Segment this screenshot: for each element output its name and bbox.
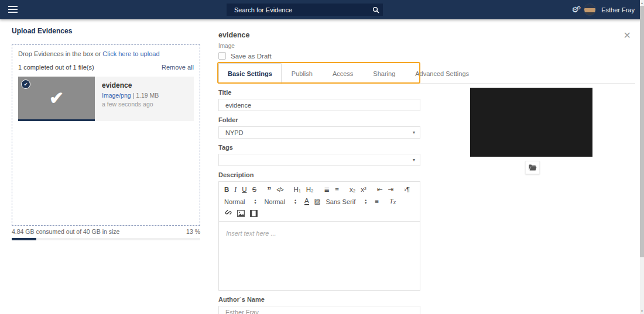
- tab-sharing[interactable]: Sharing: [363, 63, 405, 84]
- bold-button[interactable]: B: [224, 186, 229, 194]
- size-select-value: Normal: [224, 198, 245, 205]
- select-arrows-icon: ▴▾: [294, 199, 296, 205]
- bullet-list-button[interactable]: ≡: [335, 186, 339, 194]
- selected-check-badge[interactable]: ✔: [21, 80, 30, 89]
- title-label: Title: [218, 89, 420, 96]
- folder-value: NYPD: [225, 129, 244, 136]
- top-navbar: ⚙⚙ Esther Fray: [0, 0, 644, 19]
- indent-button[interactable]: ⇥: [388, 186, 393, 194]
- superscript-button[interactable]: x²: [361, 186, 366, 194]
- hamburger-menu-icon[interactable]: [8, 6, 18, 13]
- italic-button[interactable]: I: [234, 186, 237, 194]
- folder-select[interactable]: NYPD ▾: [218, 126, 420, 139]
- click-to-upload-link[interactable]: Click here to upload: [102, 50, 159, 57]
- tab-basic-settings[interactable]: Basic Settings: [218, 63, 282, 84]
- ordered-list-button[interactable]: ≣: [324, 186, 330, 194]
- font-select-value: Sans Serif: [326, 198, 355, 205]
- navbar-right-group: ⚙⚙ Esther Fray: [571, 0, 635, 19]
- search-input[interactable]: [227, 6, 369, 13]
- scroll-up-icon[interactable]: ▴: [640, 1, 644, 5]
- basic-settings-form: Title Folder NYPD ▾ Tags ▾ Description B…: [218, 89, 420, 314]
- header-select[interactable]: Normal ▴▾: [264, 198, 296, 205]
- close-icon[interactable]: ✕: [624, 31, 631, 40]
- editor-toolbar: B I U S ” </> H₁ H₂ ≣ ≡ x₂ x² ⇤ ⇥ ›¶: [219, 182, 420, 222]
- description-textarea[interactable]: Insert text here ...: [219, 222, 420, 290]
- detail-subtitle: Image: [218, 43, 635, 49]
- outdent-button[interactable]: ⇤: [377, 186, 383, 194]
- upload-panel: Upload Evidences Drop Evidences in the b…: [12, 27, 200, 240]
- uploaded-file-card: ✔ ✔ evidence Image/png | 1.19 MB a few s…: [18, 77, 194, 121]
- tab-publish[interactable]: Publish: [282, 63, 323, 84]
- folder-label: Folder: [218, 116, 420, 123]
- drop-instruction: Drop Evidences in the box or Click here …: [18, 50, 194, 57]
- tags-label: Tags: [218, 144, 420, 151]
- text-color-button[interactable]: A: [304, 198, 309, 205]
- file-upload-time: a few seconds ago: [102, 101, 187, 108]
- search-box: [227, 4, 383, 16]
- font-select[interactable]: Sans Serif ▴▾: [326, 198, 366, 205]
- open-folder-button[interactable]: [525, 161, 540, 174]
- completed-count-text: 1 completed out of 1 file(s): [18, 64, 94, 71]
- description-label: Description: [218, 171, 420, 178]
- file-upload-progress-bar: [18, 119, 95, 121]
- select-arrows-icon: ▴▾: [254, 199, 256, 205]
- storage-progress-track: [12, 238, 200, 240]
- save-as-draft-checkbox[interactable]: [218, 52, 226, 60]
- insert-video-button[interactable]: [250, 210, 258, 217]
- background-color-button[interactable]: ▨: [314, 198, 321, 205]
- blockquote-button[interactable]: ”: [267, 187, 271, 193]
- storage-percent: 13 %: [186, 228, 200, 235]
- upload-panel-title: Upload Evidences: [12, 27, 200, 35]
- drop-text: Drop Evidences in the box or: [18, 50, 102, 57]
- insert-image-button[interactable]: [237, 210, 245, 217]
- tab-advanced-settings[interactable]: Advanced Settings: [405, 63, 479, 84]
- search-icon[interactable]: [369, 6, 383, 13]
- tags-select[interactable]: ▾: [218, 154, 420, 166]
- author-name-label: Author`s Name: [218, 296, 420, 303]
- scroll-down-icon[interactable]: ▾: [640, 309, 644, 313]
- title-field[interactable]: [218, 99, 420, 111]
- author-name-field[interactable]: [218, 306, 420, 314]
- upload-success-check-icon: ✔: [49, 88, 64, 108]
- size-select[interactable]: Normal ▴▾: [224, 198, 256, 205]
- tabs-area: Basic Settings Publish Access Sharing Ad…: [218, 63, 635, 84]
- settings-gears-icon[interactable]: ⚙⚙: [571, 6, 578, 13]
- tab-access[interactable]: Access: [323, 63, 363, 84]
- detail-title: evidence: [218, 27, 635, 39]
- select-arrows-icon: ▴▾: [365, 199, 366, 205]
- header-select-value: Normal: [264, 198, 285, 205]
- file-thumbnail[interactable]: ✔ ✔: [18, 77, 95, 121]
- evidence-detail-panel: ✕ evidence Image Save as Draft Basic Set…: [218, 27, 635, 308]
- strikethrough-button[interactable]: S: [252, 186, 256, 194]
- clean-format-button[interactable]: Tₓ: [389, 198, 396, 205]
- save-as-draft-row: Save as Draft: [218, 52, 635, 60]
- vertical-scrollbar[interactable]: ▴ ▾: [640, 0, 644, 314]
- remove-all-link[interactable]: Remove all: [162, 64, 194, 71]
- align-button[interactable]: ≡: [375, 198, 379, 205]
- header-2-button[interactable]: H₂: [306, 186, 314, 194]
- folder-open-icon: [529, 164, 537, 171]
- gear-small-icon: ⚙: [577, 4, 581, 12]
- text-direction-button[interactable]: ›¶: [404, 186, 410, 194]
- insert-link-button[interactable]: [224, 209, 232, 217]
- storage-consumed-text: 4.84 GB consumed out of 40 GB in size: [12, 228, 119, 235]
- file-type-link[interactable]: Image/png: [102, 92, 131, 99]
- user-name[interactable]: Esther Fray: [601, 6, 635, 13]
- file-size: | 1.19 MB: [131, 92, 159, 99]
- dropzone[interactable]: Drop Evidences in the box or Click here …: [12, 44, 200, 226]
- storage-progress-fill: [12, 238, 36, 240]
- header-1-button[interactable]: H₁: [294, 186, 301, 194]
- description-placeholder: Insert text here ...: [226, 230, 276, 237]
- description-rich-text-editor: B I U S ” </> H₁ H₂ ≣ ≡ x₂ x² ⇤ ⇥ ›¶: [218, 181, 420, 291]
- file-info: evidence Image/png | 1.19 MB a few secon…: [95, 77, 194, 121]
- chevron-down-icon: ▾: [413, 130, 415, 135]
- chevron-down-icon: ▾: [413, 157, 415, 163]
- file-name: evidence: [102, 81, 187, 89]
- underline-button[interactable]: U: [242, 186, 246, 194]
- code-block-button[interactable]: </>: [276, 186, 283, 194]
- subscript-button[interactable]: x₂: [350, 186, 355, 194]
- save-as-draft-label: Save as Draft: [231, 53, 272, 60]
- avatar[interactable]: [584, 4, 596, 16]
- scrollbar-thumb[interactable]: [640, 6, 644, 257]
- image-preview: [470, 88, 592, 157]
